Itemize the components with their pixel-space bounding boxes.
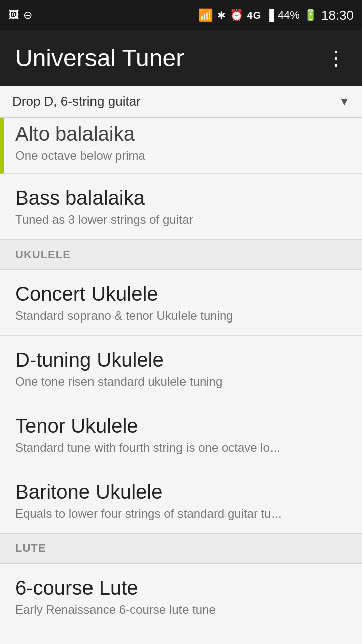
- more-menu-button[interactable]: ⋮: [326, 48, 347, 68]
- section-header-ukulele: UKULELE: [0, 239, 362, 270]
- app-title: Universal Tuner: [15, 44, 184, 72]
- item-subtitle: Early Renaissance 6-course lute tune: [15, 603, 347, 617]
- bluetooth-icon: 📶: [198, 8, 213, 22]
- status-right-icons: 📶 ✱ ⏰ 4G ▐ 44% 🔋 18:30: [198, 8, 354, 23]
- item-title: Bass balalaika: [15, 186, 347, 210]
- section-header-lute: LUTE: [0, 533, 362, 564]
- item-title: Alto balalaika: [15, 122, 347, 146]
- item-title: 10-course Lute: [15, 641, 347, 644]
- app-bar: Universal Tuner ⋮: [0, 30, 362, 86]
- status-bar: 🖼 ⊖ 📶 ✱ ⏰ 4G ▐ 44% 🔋 18:30: [0, 0, 362, 30]
- status-left-icons: 🖼 ⊖: [8, 9, 32, 22]
- bluetooth-symbol: ✱: [217, 9, 226, 21]
- list-item[interactable]: Bass balalaika Tuned as 3 lower strings …: [0, 174, 362, 239]
- dropdown-selected-text: Drop D, 6-string guitar: [12, 94, 141, 109]
- list-item[interactable]: 6-course Lute Early Renaissance 6-course…: [0, 564, 362, 629]
- section-header-label: UKULELE: [15, 248, 71, 261]
- signal-icon: ▐: [265, 9, 274, 22]
- list-item[interactable]: D-tuning Ukulele One tone risen standard…: [0, 336, 362, 401]
- image-icon: 🖼: [8, 9, 19, 22]
- list-item[interactable]: Tenor Ukulele Standard tune with fourth …: [0, 401, 362, 467]
- item-subtitle: Equals to lower four strings of standard…: [15, 507, 347, 521]
- item-subtitle: One tone risen standard ukulele tuning: [15, 375, 347, 389]
- status-time: 18:30: [321, 8, 354, 23]
- instrument-dropdown[interactable]: Drop D, 6-string guitar ▼: [0, 86, 362, 118]
- item-subtitle: Standard tune with fourth string is one …: [15, 441, 347, 455]
- battery-icon: 🔋: [304, 9, 317, 22]
- alarm-icon: ⏰: [230, 9, 243, 22]
- section-header-label: LUTE: [15, 542, 46, 554]
- item-subtitle: One octave below prima: [15, 149, 347, 163]
- item-title: Tenor Ukulele: [15, 414, 347, 438]
- list-item[interactable]: Baritone Ukulele Equals to lower four st…: [0, 467, 362, 533]
- list-item[interactable]: Alto balalaika One octave below prima: [0, 118, 362, 174]
- item-title: 6-course Lute: [15, 576, 347, 600]
- battery-percent: 44%: [278, 9, 300, 22]
- item-title: D-tuning Ukulele: [15, 348, 347, 372]
- item-title: Baritone Ukulele: [15, 479, 347, 504]
- dropdown-arrow-icon: ▼: [339, 95, 350, 108]
- item-subtitle: Standard soprano & tenor Ukulele tuning: [15, 309, 347, 323]
- item-title: Concert Ukulele: [15, 282, 347, 306]
- list-item[interactable]: 10-course Lute: [0, 629, 362, 644]
- minus-icon: ⊖: [23, 9, 32, 22]
- item-subtitle: Tuned as 3 lower strings of guitar: [15, 213, 347, 227]
- network-type: 4G: [247, 10, 262, 21]
- instrument-list: Alto balalaika One octave below prima Ba…: [0, 118, 362, 644]
- list-item[interactable]: Concert Ukulele Standard soprano & tenor…: [0, 270, 362, 336]
